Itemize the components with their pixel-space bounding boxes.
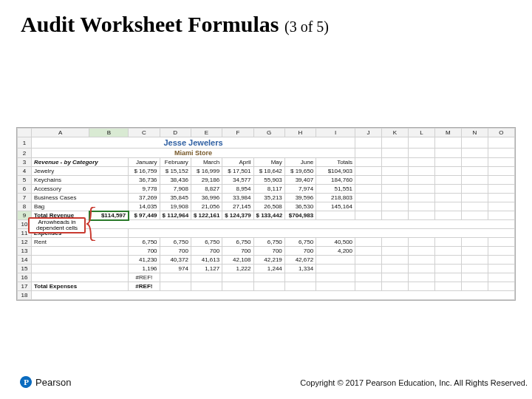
cell-error: #REF!: [129, 282, 160, 291]
cell: $ 124,379: [222, 211, 253, 220]
row-head: 15: [18, 265, 32, 273]
row-head: 14: [18, 256, 32, 265]
pearson-logo: P Pearson: [19, 375, 71, 389]
cell: 26,508: [253, 202, 284, 211]
row-head: 17: [18, 282, 32, 291]
cell: $ 133,442: [253, 211, 284, 220]
cell: 9,778: [129, 185, 160, 194]
row-label: Accessory: [32, 185, 129, 194]
row-label: Rent: [32, 238, 129, 247]
cell: 19,908: [160, 202, 191, 211]
cell: 700: [222, 247, 253, 256]
title-main: Audit Worksheet Formulas: [21, 12, 279, 36]
callout-text: Arrowheads in dependent cells: [30, 219, 84, 232]
cell: [316, 265, 355, 273]
cell: 8,117: [253, 185, 284, 194]
brand-subtitle: Miami Store: [32, 149, 355, 158]
cell: 39,596: [284, 194, 316, 202]
cell: 51,551: [316, 185, 355, 194]
col-head: B: [89, 129, 129, 137]
col-head: O: [488, 129, 514, 137]
month-label: February: [160, 158, 191, 167]
cell: 700: [191, 247, 222, 256]
cell: $ 16,759: [129, 167, 160, 176]
corner-cell: [18, 129, 32, 137]
cell: 700: [284, 247, 316, 256]
cell: 35,845: [160, 194, 191, 202]
cell: 7,974: [284, 185, 316, 194]
slide-title: Audit Worksheet Formulas (3 of 5): [21, 12, 329, 37]
table-row: 16 #REF!: [18, 273, 515, 282]
cell: $104,903: [316, 167, 355, 176]
cell: 218,803: [316, 194, 355, 202]
cell: 700: [253, 247, 284, 256]
column-header-row: A B C D E F G H I J K L M N O: [18, 129, 515, 137]
cell: 21,056: [191, 202, 222, 211]
month-label: March: [191, 158, 222, 167]
cell: $704,983: [284, 211, 316, 220]
cell: 700: [129, 247, 160, 256]
row-head: 13: [18, 247, 32, 256]
cell: [316, 256, 355, 265]
cell: 42,108: [222, 256, 253, 265]
cell: 27,145: [222, 202, 253, 211]
row-head: 3: [18, 158, 32, 167]
pearson-wordmark: Pearson: [35, 377, 71, 388]
cell: 29,186: [191, 176, 222, 185]
table-row: 2 Miami Store: [18, 149, 515, 158]
table-row: 5 Keychains 36,736 38,436 29,186 34,577 …: [18, 176, 515, 185]
pearson-p-icon: P: [19, 375, 33, 389]
table-row: 14 41,230 40,372 41,613 42,108 42,219 42…: [18, 256, 515, 265]
cell: 7,908: [160, 185, 191, 194]
row-label: Business Cases: [32, 194, 129, 202]
row-head: 18: [18, 291, 32, 300]
cell: 41,230: [129, 256, 160, 265]
row-label: [32, 247, 129, 256]
row-label: [32, 273, 129, 282]
row-head: 6: [18, 185, 32, 194]
row-head: 2: [18, 149, 32, 158]
callout-arrowheads: Arrowheads in dependent cells: [28, 217, 86, 233]
cell: 8,827: [191, 185, 222, 194]
col-head: J: [355, 129, 382, 137]
cell: $ 15,152: [160, 167, 191, 176]
cell: 36,736: [129, 176, 160, 185]
cell: 42,672: [284, 256, 316, 265]
table-row: 7 Business Cases 37,269 35,845 36,996 33…: [18, 194, 515, 202]
col-head: D: [160, 129, 191, 137]
row-label: Bag: [32, 202, 129, 211]
cell: 700: [160, 247, 191, 256]
col-head: I: [316, 129, 355, 137]
cell: 55,903: [253, 176, 284, 185]
row-label: [32, 265, 129, 273]
cell: $ 18,642: [253, 167, 284, 176]
table-row: 1 Jesse Jewelers: [18, 137, 515, 149]
col-head: H: [284, 129, 316, 137]
cell: 1,244: [253, 265, 284, 273]
cell: 1,196: [129, 265, 160, 273]
cell: 6,750: [129, 238, 160, 247]
title-counter: (3 of 5): [284, 18, 329, 35]
total-expenses-label: Total Expenses: [32, 282, 129, 291]
table-row: 4 Jewelry $ 16,759 $ 15,152 $ 16,999 $ 1…: [18, 167, 515, 176]
row-head: 16: [18, 273, 32, 282]
month-label: Totals: [316, 158, 355, 167]
row-head: 7: [18, 194, 32, 202]
table-row: 18: [18, 291, 515, 300]
total-expenses-row: 17 Total Expenses #REF!: [18, 282, 515, 291]
cell: 1,127: [191, 265, 222, 273]
row-label: [32, 256, 129, 265]
col-head: M: [434, 129, 461, 137]
cell: 38,436: [160, 176, 191, 185]
cell: 14,035: [129, 202, 160, 211]
cell: 6,750: [191, 238, 222, 247]
cell: 34,577: [222, 176, 253, 185]
cell: 40,372: [160, 256, 191, 265]
col-head: A: [32, 129, 89, 137]
cell: 4,200: [316, 247, 355, 256]
cell: $ 19,650: [284, 167, 316, 176]
col-head: F: [222, 129, 253, 137]
cell: 37,269: [129, 194, 160, 202]
cell: $ 112,964: [160, 211, 191, 220]
svg-text:P: P: [24, 378, 29, 386]
